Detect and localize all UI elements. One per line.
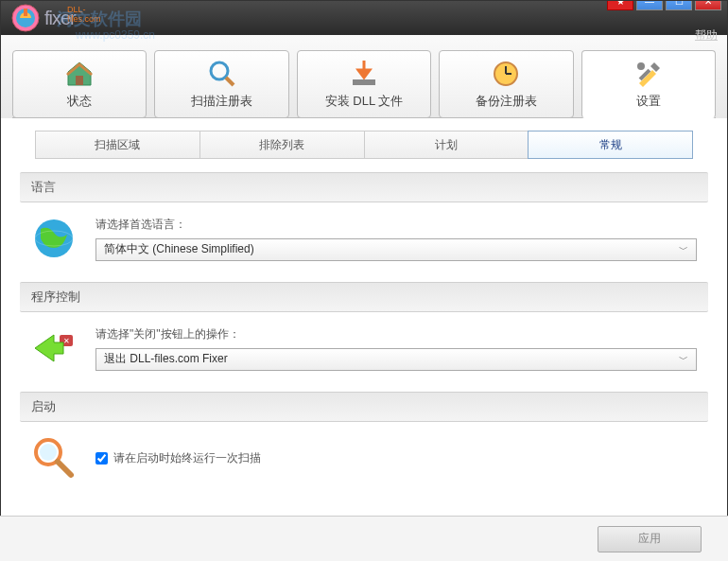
chevron-down-icon: ﹀ [679,243,688,256]
tab-settings[interactable]: 设置 [581,50,716,118]
svg-rect-2 [24,9,27,16]
subtab-exclude-list[interactable]: 排除列表 [199,131,365,159]
language-label: 请选择首选语言： [95,217,697,233]
help-link[interactable]: 帮助 [695,27,718,44]
tab-label: 设置 [636,93,661,110]
tools-icon [633,59,664,89]
svg-text:✕: ✕ [63,337,70,345]
magnifier-icon [207,59,237,89]
close-action-value: 退出 DLL-files.com Fixer [104,351,228,367]
tab-install-dll[interactable]: 安装 DLL 文件 [297,50,431,118]
globe-icon [31,216,77,261]
minimize-button[interactable]: — [636,0,663,10]
tab-backup-registry[interactable]: 备份注册表 [439,50,573,118]
apply-button[interactable]: 应用 [598,526,702,552]
close-action-label: 请选择"关闭"按钮上的操作： [95,326,697,342]
section-header-program-control: 程序控制 [20,282,708,312]
svg-line-18 [58,462,71,475]
section-header-language: 语言 [20,172,708,202]
language-select[interactable]: 简体中文 (Chinese Simplified) ﹀ [95,238,697,261]
svg-point-4 [211,62,228,79]
svg-point-10 [637,62,645,70]
titlebar: fixer DLL-files.com ★ — ☐ ✕ 帮助 [1,1,727,35]
flag-button[interactable]: ★ [607,0,633,10]
subtab-schedule[interactable]: 计划 [364,131,529,159]
logo-icon [10,3,41,33]
tab-scan-registry[interactable]: 扫描注册表 [154,50,288,118]
chevron-down-icon: ﹀ [679,353,688,366]
home-icon [64,59,95,89]
clock-icon [491,59,521,89]
tab-label: 安装 DLL 文件 [325,93,404,110]
startup-scan-checkbox[interactable] [95,452,108,465]
footer: 应用 [0,516,728,561]
subtab-general[interactable]: 常规 [528,131,693,159]
subtab-scan-area[interactable]: 扫描区域 [35,131,200,159]
section-header-startup: 启动 [20,392,708,422]
tab-label: 状态 [67,93,92,110]
svg-rect-3 [76,76,83,85]
tab-status[interactable]: 状态 [12,50,147,118]
close-button[interactable]: ✕ [695,0,721,10]
logo-badge: DLL-files.com [67,5,101,24]
app-logo: fixer DLL-files.com [10,3,76,33]
download-icon [349,59,379,89]
startup-scan-label: 请在启动时始终运行一次扫描 [113,450,261,466]
language-value: 简体中文 (Chinese Simplified) [104,241,254,257]
arrow-exit-icon: ✕ [31,325,77,371]
svg-point-17 [40,444,57,461]
tab-label: 扫描注册表 [191,93,252,110]
magnifier-orange-icon [31,435,77,481]
svg-line-5 [226,78,234,85]
content-area: 语言 请选择首选语言： 简体中文 (Chinese Simplified) ﹀ … [1,159,727,515]
tab-label: 备份注册表 [476,93,537,110]
sub-tabs: 扫描区域 排除列表 计划 常规 [1,119,727,159]
main-tabs: 状态 扫描注册表 安装 DLL 文件 备份注册表 设置 [1,35,727,118]
maximize-button[interactable]: ☐ [666,0,692,10]
svg-rect-6 [353,79,375,85]
startup-scan-checkbox-row[interactable]: 请在启动时始终运行一次扫描 [95,450,697,466]
close-action-select[interactable]: 退出 DLL-files.com Fixer ﹀ [95,348,697,371]
